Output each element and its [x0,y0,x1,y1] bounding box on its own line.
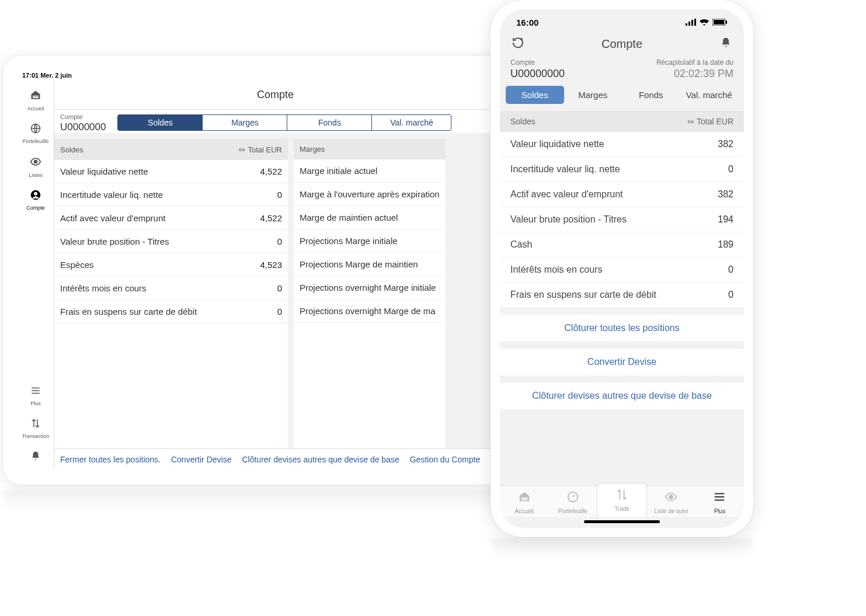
table-row[interactable]: Cash189 [500,232,744,257]
tablet-screen: 17:01 Mer. 2 juin Accueil Portefeuille [18,70,496,470]
user-icon [30,190,41,203]
phone-screen: 16:00 Compte Compte U00000000 Récapitula [500,9,744,528]
tab-val-marche[interactable]: Val. marché [680,86,739,104]
sidebar-item-listes[interactable]: Listes [18,150,54,184]
tab-val-marche[interactable]: Val. marché [372,115,451,130]
section-header: Soldes Total EUR [500,111,744,132]
svg-rect-6 [686,23,687,26]
table-row[interactable]: Intérêts mois en cours0 [54,277,288,300]
table-row[interactable]: Valeur brute position - Titres194 [500,207,744,232]
tabbar-plus[interactable]: Plus [695,486,744,517]
link-manage-account[interactable]: Gestion du Compte [410,455,481,464]
table-row[interactable]: Marge initiale actuel [294,159,446,183]
svg-rect-0 [33,96,39,97]
action-convert[interactable]: Convertir Devise [500,349,744,375]
tab-marges[interactable]: Marges [203,115,287,130]
summary-time: 02:02:39 PM [656,68,733,80]
svg-rect-14 [521,499,527,500]
phone-page-title: Compte [601,37,642,51]
wifi-icon [700,18,709,27]
svg-rect-9 [694,19,696,26]
tablet-account-header: Compte U0000000 Soldes Marges Fonds Val.… [54,109,496,133]
table-row[interactable]: Projections overnight Marge initiale [294,276,446,300]
table-row[interactable]: Marge de maintien actuel [294,206,446,229]
table-row[interactable]: Valeur brute position - Titres0 [54,230,288,253]
tab-soldes[interactable]: Soldes [506,86,564,104]
tabbar-liste[interactable]: Liste de suivi [647,486,695,517]
sidebar-item-accueil[interactable]: Accueil [18,83,54,117]
tab-marges[interactable]: Marges [564,86,622,104]
panel-soldes: Soldes Total EUR Valeur liquidative nett… [54,139,288,448]
svg-rect-12 [726,20,727,24]
total-currency-label: Total EUR [697,117,733,126]
bell-icon[interactable] [718,37,733,51]
sidebar-item-notifications[interactable] [18,445,54,470]
tablet-device: 17:01 Mer. 2 juin Accueil Portefeuille [3,55,511,485]
tab-soldes[interactable]: Soldes [118,115,203,130]
phone-account-header: Compte U00000000 Récapitulatif à la date… [500,58,744,86]
page-title: Compte [54,81,496,109]
panel-marges: Marges Marge initiale actuel Marge à l'o… [294,139,446,448]
summary-label: Récapitulatif à la date du [656,58,733,67]
link-convert[interactable]: Convertir Devise [171,455,231,464]
table-row[interactable]: Valeur liquidative nette382 [500,132,744,157]
tabbar-accueil[interactable]: Accueil [500,486,548,517]
table-row[interactable]: Frais en suspens sur carte de débit0 [54,300,288,323]
sidebar-item-portefeuille[interactable]: Portefeuille [18,117,54,150]
table-row[interactable]: Marge à l'ouverture après expiration [294,183,446,206]
refresh-add-icon[interactable] [510,36,526,53]
svg-rect-1 [33,97,39,98]
table-row[interactable]: Incertitude valeur liq. nette0 [54,183,288,207]
segment-control: Soldes Marges Fonds Val. marché [117,114,451,131]
table-row[interactable]: Projections overnight Marge de ma [294,300,446,323]
table-row[interactable]: Actif avec valeur d'emprunt382 [500,182,744,207]
home-icon [30,89,41,104]
action-close-fx[interactable]: Clôturer devises autres que devise de ba… [500,382,744,409]
eye-icon [30,156,41,170]
link-close-all[interactable]: Fermer toutes les positions. [60,455,161,464]
table-row[interactable]: Incertitude valeur liq. nette0 [500,157,744,182]
tablet-sidebar: Accueil Portefeuille Listes [18,81,54,470]
home-icon [518,490,531,506]
transfer-icon [615,488,628,504]
sidebar-item-compte[interactable]: Compte [18,184,54,217]
action-close-all[interactable]: Clôturer toutes les positions [500,315,744,342]
battery-icon [712,18,728,27]
signal-icon [686,18,696,27]
table-row[interactable]: Valeur liquidative nette4,522 [54,160,288,183]
table-row[interactable]: Intérêts mois en cours0 [500,257,744,283]
swap-icon[interactable] [238,145,245,154]
table-row[interactable]: Projections Marge de maintien [294,253,446,276]
table-row[interactable]: Frais en suspens sur carte de débit0 [500,283,744,308]
account-number: U00000000 [510,68,565,80]
link-close-fx[interactable]: Clôturer devises autres que devise de ba… [242,455,399,464]
svg-rect-11 [714,20,724,25]
phone-tabbar: Accueil Portefeuille Trade Liste de suiv… [500,485,744,517]
account-label: Compte [510,58,565,67]
home-indicator[interactable] [584,520,660,523]
transfer-icon [30,418,41,431]
menu-icon [30,385,41,399]
tab-fonds[interactable]: Fonds [287,115,372,130]
svg-rect-8 [691,20,693,26]
globe-icon [30,123,41,137]
table-row[interactable]: Actif avec valeur d'emprunt4,522 [54,207,288,230]
phone-segment-control: Soldes Marges Fonds Val. marché [500,86,744,111]
tabbar-portefeuille[interactable]: Portefeuille [548,486,597,517]
table-row[interactable]: Espèces4,523 [54,253,288,277]
tab-fonds[interactable]: Fonds [622,86,680,104]
swap-icon[interactable] [687,117,694,126]
sidebar-item-plus[interactable]: Plus [18,380,54,412]
account-label: Compte [60,113,106,120]
panel-marges-title: Marges [300,145,325,154]
tabbar-trade[interactable]: Trade [597,483,646,517]
statusbar-time: 16:00 [516,18,538,27]
svg-point-5 [34,192,37,196]
svg-rect-13 [521,497,527,499]
sidebar-item-transaction[interactable]: Transaction [18,412,54,445]
phone-titlebar: Compte [500,32,744,58]
svg-rect-7 [688,22,690,26]
table-row[interactable]: Projections Marge initiale [294,229,446,253]
footer-links: Fermer toutes les positions. Convertir D… [54,448,496,470]
tablet-statusbar: 17:01 Mer. 2 juin [18,70,496,81]
